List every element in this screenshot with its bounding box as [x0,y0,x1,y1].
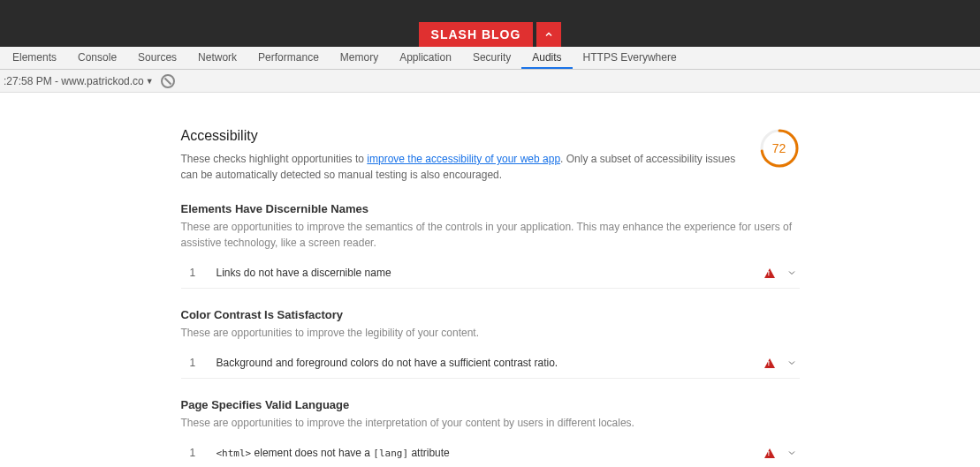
score-gauge: 72 [759,128,800,169]
content-area: Accessibility These checks highlight opp… [0,93,980,467]
audit-title: Background and foreground colors do not … [208,357,764,369]
group-description: These are opportunities to improve the i… [181,415,800,431]
group-title: Color Contrast Is Satisfactory [181,308,800,321]
report-dropdown-label: :27:58 PM - www.patrickod.co [4,75,144,87]
score-value: 72 [759,128,800,169]
group-description: These are opportunities to improve the s… [181,219,800,251]
expand-audit[interactable] [784,448,800,458]
improve-accessibility-link[interactable]: improve the accessibility of your web ap… [367,153,560,165]
expand-audit[interactable] [784,267,800,278]
dropdown-triangle-icon: ▼ [146,77,154,86]
clear-icon[interactable] [161,74,175,88]
desc-prefix: These checks highlight opportunities to [181,153,368,165]
section-title: Accessibility [181,128,738,144]
audit-index: 1 [190,357,208,369]
tab-elements[interactable]: Elements [2,47,67,69]
tab-performance[interactable]: Performance [247,47,330,69]
audit-row[interactable]: 1<html> element does not have a [lang] a… [181,438,800,467]
section-description: These checks highlight opportunities to … [181,151,738,183]
chevron-down-icon [786,448,797,458]
section-header: Accessibility These checks highlight opp… [181,128,800,183]
brand-collapse-button[interactable] [536,22,561,47]
audit-row[interactable]: 1Links do not have a discernible name [181,258,800,289]
audit-index: 1 [190,267,208,279]
tab-application[interactable]: Application [389,47,462,69]
tab-network[interactable]: Network [187,47,247,69]
audit-index: 1 [190,447,208,459]
audit-group: Page Specifies Valid LanguageThese are o… [181,398,800,467]
warning-icon [764,268,775,278]
chevron-down-icon [786,267,797,278]
expand-audit[interactable] [784,358,800,368]
tab-https-everywhere[interactable]: HTTPS Everywhere [573,47,688,69]
group-title: Page Specifies Valid Language [181,398,800,411]
tab-security[interactable]: Security [462,47,521,69]
audits-toolbar: :27:58 PM - www.patrickod.co ▼ [0,70,980,93]
chevron-down-icon [786,358,797,368]
warning-icon [764,448,775,458]
audit-group: Elements Have Discernible NamesThese are… [181,202,800,289]
chevron-up-icon [543,29,554,40]
accessibility-panel: Accessibility These checks highlight opp… [181,128,800,467]
tab-audits[interactable]: Audits [521,47,572,69]
audit-title: <html> element does not have a [lang] at… [208,447,764,459]
audit-group: Color Contrast Is SatisfactoryThese are … [181,308,800,379]
warning-icon [764,358,775,368]
audit-title: Links do not have a discernible name [208,267,764,279]
devtools-tabs: ElementsConsoleSourcesNetworkPerformance… [0,47,980,70]
tab-memory[interactable]: Memory [330,47,389,69]
group-description: These are opportunities to improve the l… [181,325,800,341]
group-title: Elements Have Discernible Names [181,202,800,215]
audit-row[interactable]: 1Background and foreground colors do not… [181,348,800,379]
brand-container: SLASH BLOG [419,22,562,47]
page-header: SLASH BLOG [0,0,980,47]
tab-sources[interactable]: Sources [127,47,187,69]
tab-console[interactable]: Console [67,47,127,69]
brand-label[interactable]: SLASH BLOG [419,22,534,47]
report-dropdown[interactable]: :27:58 PM - www.patrickod.co ▼ [4,75,154,87]
